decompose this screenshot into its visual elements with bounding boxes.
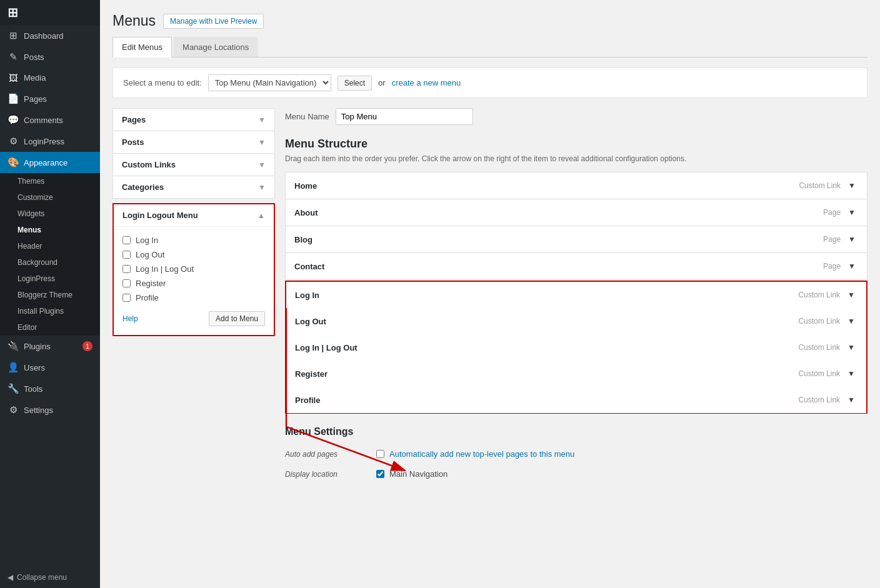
comments-icon: 💬	[8, 114, 19, 126]
profile-checkbox[interactable]	[122, 294, 131, 302]
sidebar-item-plugins[interactable]: 🔌 Plugins 1	[0, 336, 100, 357]
checkbox-log-in-log-out: Log In | Log Out	[122, 262, 265, 276]
tab-manage-locations[interactable]: Manage Locations	[173, 37, 258, 57]
menu-item-home-expand[interactable]: ▼	[846, 180, 858, 191]
menu-item-log-in-expand[interactable]: ▼	[845, 289, 858, 301]
menu-item-profile[interactable]: Profile Custom Link ▼	[286, 387, 866, 413]
display-location-checkbox[interactable]	[376, 470, 384, 478]
auto-add-pages-label: Auto add pages	[285, 450, 366, 459]
wp-logo-icon: ⊞	[8, 5, 18, 20]
sidebar-item-loginpress-main[interactable]: ⚙ LoginPress	[0, 131, 100, 152]
menu-item-log-in-log-out[interactable]: Log In | Log Out Custom Link ▼	[286, 334, 866, 361]
collapse-menu[interactable]: ◀ Collapse menu	[0, 567, 100, 588]
right-panel: Menu Name Menu Structure Drag each item …	[285, 108, 868, 484]
loginpress-icon: ⚙	[8, 136, 19, 147]
accordion-pages-header[interactable]: Pages ▼	[113, 109, 274, 131]
menu-name-input[interactable]	[336, 108, 473, 125]
sidebar-item-install-plugins[interactable]: Install Plugins	[0, 303, 100, 319]
menu-item-profile-expand[interactable]: ▼	[845, 394, 858, 406]
menu-item-log-out-expand[interactable]: ▼	[845, 316, 858, 327]
chevron-down-icon: ▼	[258, 161, 266, 169]
menu-item-log-out[interactable]: Log Out Custom Link ▼	[286, 308, 866, 335]
auto-add-pages-link[interactable]: Automatically add new top-level pages to…	[389, 449, 574, 459]
accordion-custom-links-header[interactable]: Custom Links ▼	[113, 154, 274, 176]
media-icon: 🖼	[8, 72, 19, 83]
add-to-menu-button[interactable]: Add to Menu	[209, 311, 265, 326]
menu-item-about-type: Page	[823, 208, 841, 217]
sidebar-item-users[interactable]: 👤 Users	[0, 357, 100, 378]
menu-item-log-in-log-out-label: Log In | Log Out	[295, 343, 358, 352]
sidebar-item-tools[interactable]: 🔧 Tools	[0, 378, 100, 399]
select-menu-label: Select a menu to edit:	[123, 78, 202, 87]
menu-item-about-expand[interactable]: ▼	[846, 207, 858, 218]
menu-item-home[interactable]: Home Custom Link ▼	[285, 172, 868, 199]
content-area: Menus Manage with Live Preview Edit Menu…	[100, 0, 880, 588]
chevron-down-icon: ▼	[258, 116, 266, 124]
select-menu-bar: Select a menu to edit: Top Menu (Main Na…	[112, 67, 868, 98]
main-content: Menus Manage with Live Preview Edit Menu…	[100, 0, 880, 588]
menu-item-about[interactable]: About Page ▼	[285, 199, 868, 226]
register-checkbox[interactable]	[122, 279, 131, 287]
sidebar-item-loginpress-sub[interactable]: LoginPress	[0, 271, 100, 287]
menu-item-contact-expand[interactable]: ▼	[846, 261, 858, 272]
sidebar-item-customize[interactable]: Customize	[0, 189, 100, 206]
sidebar-item-bloggerz[interactable]: Bloggerz Theme	[0, 287, 100, 303]
tab-edit-menus[interactable]: Edit Menus	[112, 37, 172, 57]
help-link[interactable]: Help	[122, 314, 138, 323]
create-new-menu-link[interactable]: create a new menu	[392, 78, 461, 87]
sidebar-item-comments[interactable]: 💬 Comments	[0, 109, 100, 131]
sidebar-item-dashboard[interactable]: ⊞ Dashboard	[0, 25, 100, 46]
menu-settings-section: Menu Settings Auto add pages Automatical…	[285, 426, 868, 484]
accordion-login-logout-header[interactable]: Login Logout Menu ▲	[114, 204, 274, 226]
accordion-categories-header[interactable]: Categories ▼	[113, 176, 274, 198]
users-icon: 👤	[8, 362, 19, 373]
sidebar-item-settings[interactable]: ⚙ Settings	[0, 399, 100, 421]
sidebar-item-pages[interactable]: 📄 Pages	[0, 88, 100, 109]
log-in-log-out-checkbox[interactable]	[122, 265, 131, 273]
menu-item-log-in-log-out-right: Custom Link ▼	[798, 342, 858, 353]
register-label: Register	[136, 279, 166, 288]
display-location-row: Display location Main Navigation	[285, 464, 868, 484]
log-in-log-out-label: Log In | Log Out	[136, 264, 194, 274]
log-out-checkbox[interactable]	[122, 251, 131, 259]
sidebar: ⊞ ⊞ Dashboard ✎ Posts 🖼 Media 📄 Pages 💬 …	[0, 0, 100, 588]
accordion-pages: Pages ▼	[112, 108, 275, 131]
accordion-posts-header[interactable]: Posts ▼	[113, 131, 274, 153]
sidebar-item-widgets[interactable]: Widgets	[0, 206, 100, 222]
accordion-posts: Posts ▼	[112, 131, 275, 154]
live-preview-button[interactable]: Manage with Live Preview	[163, 14, 264, 29]
menu-item-blog[interactable]: Blog Page ▼	[285, 226, 868, 253]
menus-layout: Pages ▼ Posts ▼ Custom Links ▼	[112, 108, 868, 484]
checkbox-log-in: Log In	[122, 233, 265, 247]
menus-layout-container: Pages ▼ Posts ▼ Custom Links ▼	[112, 108, 868, 484]
sidebar-item-background[interactable]: Background	[0, 254, 100, 271]
menu-item-blog-expand[interactable]: ▼	[846, 234, 858, 245]
sidebar-item-themes[interactable]: Themes	[0, 173, 100, 189]
sidebar-item-header[interactable]: Header	[0, 238, 100, 254]
menu-item-log-in[interactable]: Log In Custom Link ▼	[286, 282, 866, 309]
sidebar-item-appearance[interactable]: 🎨 Appearance	[0, 152, 100, 173]
menu-item-log-in-log-out-expand[interactable]: ▼	[845, 342, 858, 353]
auto-add-pages-checkbox[interactable]	[376, 450, 384, 458]
settings-icon: ⚙	[8, 404, 19, 416]
log-out-label: Log Out	[136, 250, 164, 259]
sidebar-item-editor[interactable]: Editor	[0, 319, 100, 336]
menu-item-register-expand[interactable]: ▼	[845, 368, 858, 379]
menu-item-profile-type: Custom Link	[798, 396, 840, 404]
menu-select-dropdown[interactable]: Top Menu (Main Navigation)	[208, 74, 331, 91]
plugins-icon: 🔌	[8, 341, 19, 352]
appearance-submenu: Themes Customize Widgets Menus Header Ba…	[0, 173, 100, 336]
log-in-label: Log In	[136, 236, 158, 245]
log-in-checkbox[interactable]	[122, 236, 131, 244]
sidebar-item-posts[interactable]: ✎ Posts	[0, 46, 100, 67]
menu-item-contact[interactable]: Contact Page ▼	[285, 252, 868, 280]
login-logout-body: Log In Log Out Log In | Log Out	[114, 226, 274, 335]
sidebar-item-media[interactable]: 🖼 Media	[0, 67, 100, 88]
menu-structure-desc: Drag each item into the order you prefer…	[285, 154, 868, 163]
sidebar-item-menus[interactable]: Menus	[0, 222, 100, 238]
pages-icon: 📄	[8, 93, 19, 104]
menu-item-log-out-type: Custom Link	[798, 317, 840, 326]
select-button[interactable]: Select	[338, 76, 372, 91]
menu-item-log-in-right: Custom Link ▼	[798, 289, 858, 301]
menu-item-register[interactable]: Register Custom Link ▼	[286, 361, 866, 387]
